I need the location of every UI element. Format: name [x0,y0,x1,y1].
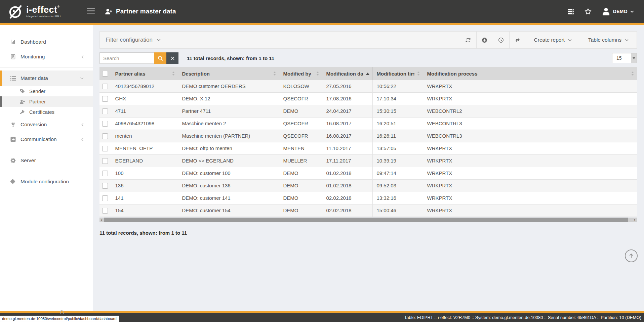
table-row[interactable]: 40987654321098Maschine menten 2QSECOFR16… [99,117,637,130]
row-checkbox[interactable] [102,171,108,176]
sidebar-item-sender[interactable]: Sender [0,86,93,96]
row-checkbox[interactable] [102,96,108,102]
sidebar-item-master-data[interactable]: Master data [0,71,93,86]
cell-modification-process: WRKPRTX [423,192,637,204]
row-checkbox[interactable] [102,84,108,89]
user-menu[interactable]: DEMO [602,7,634,16]
search-input[interactable] [99,52,154,64]
transfer-button[interactable] [509,32,526,48]
row-select-cell [99,154,111,167]
sidebar-item-certificates[interactable]: Certificates [0,107,93,117]
table-row[interactable]: 100DEMO: customer 100DEMO01.02.201809:47… [99,167,637,179]
table-row[interactable]: 154DEMO: customer 154DEMO02.02.201815:00… [99,204,637,217]
cell-modified-by: DEMO [279,167,322,179]
records-summary-top: 11 total records, shown: from 1 to 11 [187,55,274,61]
scroll-to-top-button[interactable] [625,249,638,262]
sidebar-item-communication[interactable]: Communication [0,132,93,147]
chevron-down-icon [157,39,161,41]
cell-modification-process: WRKPRTX [423,179,637,192]
row-checkbox[interactable] [102,146,108,151]
add-button[interactable] [476,32,493,48]
select-all-header [99,67,111,80]
app-logo: i-effect® integrated solutions for IBM i [0,3,78,19]
filter-toolbar: Filter configuration Create report Table… [99,31,637,49]
cell-description: Maschine menten (PARTNER) [178,130,279,142]
sidebar-item-dashboard[interactable]: Dashboard [0,35,93,49]
share-icon [10,137,16,142]
partner-table: Partner aliasDescriptionModified byModif… [99,67,637,217]
cell-modification-time: 17:10:34 [372,92,423,105]
column-header-modification-process[interactable]: Modification process [423,67,637,80]
cell-description: Partner 4711 [178,105,279,117]
sidebar-item-conversion[interactable]: Conversion [0,117,93,132]
chevron-down-icon [568,39,572,41]
row-checkbox[interactable] [102,183,108,189]
table-row[interactable]: mentenMaschine menten (PARTNER)QSECOFR16… [99,130,637,142]
clear-search-button[interactable] [166,52,178,64]
select-all-checkbox[interactable] [102,71,108,77]
row-checkbox[interactable] [102,133,108,139]
search-row: 11 total records, shown: from 1 to 11 15 [99,52,637,64]
column-header-modification-time[interactable]: Modification time [372,67,423,80]
filter-configuration-label: Filter configuration [106,37,153,43]
cell-partner-alias: EGERLAND [111,154,178,167]
filter-configuration-dropdown[interactable]: Filter configuration [100,32,460,48]
row-checkbox[interactable] [102,208,108,214]
close-icon [170,56,175,60]
refresh-button[interactable] [460,32,476,48]
system-info: Table: EDIPRT :: i-effect: V2R7M0 :: Sys… [404,313,641,322]
sidebar-item-label: Module configuration [21,179,69,185]
server-status-button[interactable] [567,9,574,14]
column-header-modification-date[interactable]: Modification date [322,67,372,80]
sidebar-item-module-configuration[interactable]: Module configuration [0,174,93,189]
favorites-button[interactable] [585,8,592,15]
table-row[interactable]: 40123456789012DEMO customer OERDERSKOLOS… [99,80,637,92]
column-label: Modification date [326,71,363,77]
row-checkbox[interactable] [102,121,108,127]
cell-modification-time: 09:52:03 [372,179,423,192]
sort-icon [169,72,175,76]
sidebar-item-partner[interactable]: Partner [0,96,93,107]
table-row[interactable]: 141DEMO: customer 141DEMO02.02.201813:32… [99,192,637,204]
table-row[interactable]: MENTEN_OFTPDEMO: oftp to mentenMENTEN11.… [99,142,637,154]
create-report-button[interactable]: Create report [526,32,580,48]
table-columns-button[interactable]: Table columns [580,32,637,48]
horizontal-scrollbar[interactable]: ‹ › [99,218,637,222]
row-checkbox[interactable] [102,108,108,114]
column-header-modified-by[interactable]: Modified by [279,67,322,80]
history-button[interactable] [493,32,509,48]
cell-modification-date: 24.04.2017 [322,105,372,117]
cell-modified-by: QSECOFR [279,130,322,142]
clock-icon [498,37,504,43]
server-icon [567,9,574,14]
table-row[interactable]: EGERLANDDEMO <> EGERLANDMUELLER17.11.201… [99,154,637,167]
row-checkbox[interactable] [102,158,108,164]
sidebar-item-label: Certificates [29,109,54,115]
cell-partner-alias: 100 [111,167,178,179]
menu-toggle-button[interactable] [86,8,95,15]
sort-icon [271,72,276,76]
scrollbar-thumb[interactable] [104,218,628,222]
table-row[interactable]: 4711Partner 4711DEMO24.04.201715:30:15WE… [99,105,637,117]
scroll-right-arrow[interactable]: › [633,218,637,222]
chart-bars-icon [10,39,16,45]
search-button[interactable] [154,52,166,64]
cell-partner-alias: 154 [111,204,178,217]
page-size-select[interactable]: 15 [612,53,637,63]
plus-circle-icon [482,37,487,43]
table-row[interactable]: 136DEMO: customer 136DEMO01.02.201809:52… [99,179,637,192]
table-columns-label: Table columns [588,37,621,43]
column-header-partner-alias[interactable]: Partner alias [111,67,178,80]
column-header-description[interactable]: Description [178,67,279,80]
sort-icon [414,72,420,76]
cell-modified-by: KOLOSOW [279,80,322,92]
row-select-cell [99,130,111,142]
table-row[interactable]: GHXDEMO: X.12QSECOFR17.08.201617:10:34WR… [99,92,637,105]
fork-icon [10,122,16,127]
brand-tagline: integrated solutions for IBM i [26,15,61,18]
row-checkbox[interactable] [102,195,108,201]
scroll-left-arrow[interactable]: ‹ [99,218,104,222]
sidebar-item-server[interactable]: Server [0,153,93,168]
tag-icon [19,89,25,94]
sidebar-item-monitoring[interactable]: Monitoring [0,49,93,64]
